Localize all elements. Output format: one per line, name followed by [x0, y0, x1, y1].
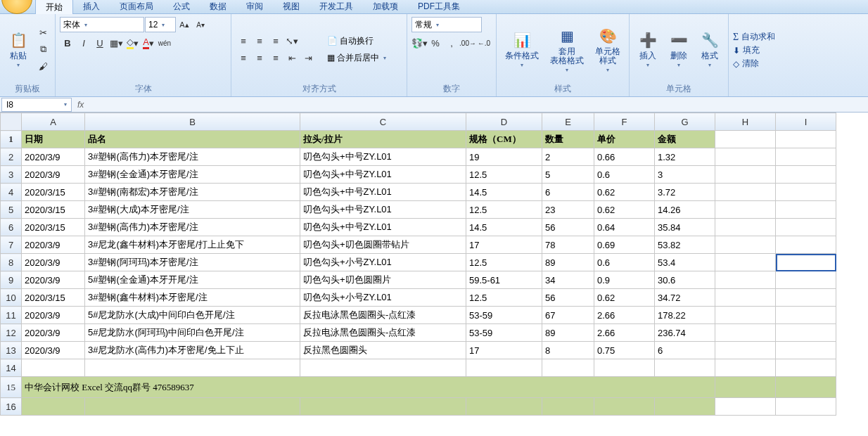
column-header-E[interactable]: E: [542, 113, 594, 131]
cell-A3[interactable]: 2020/3/9: [22, 166, 85, 184]
cell-D6[interactable]: 14.5: [466, 219, 542, 236]
increase-font-button[interactable]: A▴: [177, 17, 192, 32]
cell-G12[interactable]: 236.74: [655, 324, 715, 342]
tab-公式[interactable]: 公式: [163, 0, 200, 15]
cell-C4[interactable]: 叨色勾头+中号ZY.L01: [300, 184, 466, 201]
column-header-H[interactable]: H: [715, 113, 776, 131]
cell-A6[interactable]: 2020/3/15: [22, 219, 85, 236]
tab-视图[interactable]: 视图: [273, 0, 309, 15]
cell-E8[interactable]: 89: [542, 254, 594, 271]
cell-G2[interactable]: 1.32: [655, 148, 715, 166]
cell-F7[interactable]: 0.69: [594, 236, 655, 254]
row-header-16[interactable]: 16: [1, 398, 22, 416]
cell-H15[interactable]: [715, 377, 776, 398]
cell-H1[interactable]: [715, 131, 776, 148]
cell-G16[interactable]: [655, 398, 715, 416]
cell-H10[interactable]: [715, 289, 776, 307]
cell-D3[interactable]: 12.5: [466, 166, 542, 184]
cell-G3[interactable]: 3: [655, 166, 715, 184]
cell-B5[interactable]: 3#塑钢(大成)本牙密尾/注: [85, 201, 300, 219]
column-header-I[interactable]: I: [776, 113, 836, 131]
decrease-decimal-button[interactable]: ←.0: [476, 35, 492, 51]
worksheet-grid[interactable]: ABCDEFGHI 1日期品名拉头/拉片规格（CM）数量单价金额22020/3/…: [0, 113, 868, 436]
increase-indent-button[interactable]: ⇥: [300, 50, 316, 65]
fill-button[interactable]: ⬇填充: [733, 44, 775, 56]
align-middle-button[interactable]: ≡: [252, 33, 267, 49]
cell-F10[interactable]: 0.62: [594, 289, 655, 307]
copy-button[interactable]: ⧉: [35, 41, 51, 57]
cell-F6[interactable]: 0.64: [594, 219, 655, 236]
footer-banner[interactable]: 中华会计网校 Excel 交流qq群号 476589637: [22, 377, 715, 398]
cell-H14[interactable]: [715, 359, 776, 377]
cell-H13[interactable]: [715, 342, 776, 359]
cell-A12[interactable]: 2020/3/9: [22, 324, 85, 342]
select-all-corner[interactable]: [1, 113, 22, 131]
row-header-9[interactable]: 9: [1, 271, 22, 289]
cell-E16[interactable]: [542, 398, 594, 416]
cell-A2[interactable]: 2020/3/9: [22, 148, 85, 166]
cell-C2[interactable]: 叨色勾头+中号ZY.L01: [300, 148, 466, 166]
clear-button[interactable]: ◇清除: [733, 58, 775, 70]
cell-H11[interactable]: [715, 307, 776, 324]
cell-D5[interactable]: 12.5: [466, 201, 542, 219]
cell-F11[interactable]: 2.66: [594, 307, 655, 324]
cell-G5[interactable]: 14.26: [655, 201, 715, 219]
cell-B7[interactable]: 3#尼龙(鑫牛材料)本牙密尾/打上止免下: [85, 236, 300, 254]
cell-H6[interactable]: [715, 219, 776, 236]
align-left-button[interactable]: ≡: [236, 50, 251, 65]
cell-F5[interactable]: 0.62: [594, 201, 655, 219]
cell-E3[interactable]: 5: [542, 166, 594, 184]
row-header-14[interactable]: 14: [1, 359, 22, 377]
orientation-button[interactable]: ⤡▾: [284, 33, 300, 49]
cell-I5[interactable]: [776, 201, 836, 219]
cell-B12[interactable]: 5#尼龙防水(阿珂玛)中间印白色开尾/注: [85, 324, 300, 342]
comma-button[interactable]: ,: [444, 35, 459, 51]
row-header-10[interactable]: 10: [1, 289, 22, 307]
cell-H9[interactable]: [715, 271, 776, 289]
cell-E12[interactable]: 89: [542, 324, 594, 342]
cell-A11[interactable]: 2020/3/9: [22, 307, 85, 324]
cell-G1[interactable]: 金额: [655, 131, 715, 148]
column-header-B[interactable]: B: [85, 113, 300, 131]
tab-开始[interactable]: 开始: [35, 0, 73, 15]
cell-C7[interactable]: 叨色勾头+叨色圆圈带钻片: [300, 236, 466, 254]
fill-color-button[interactable]: ◇▾: [125, 35, 140, 51]
cell-E5[interactable]: 23: [542, 201, 594, 219]
formula-input[interactable]: [88, 98, 868, 112]
cell-I11[interactable]: [776, 307, 836, 324]
increase-decimal-button[interactable]: .00→: [460, 35, 476, 51]
cell-H5[interactable]: [715, 201, 776, 219]
row-header-4[interactable]: 4: [1, 184, 22, 201]
tab-页面布局[interactable]: 页面布局: [110, 0, 163, 15]
cell-D2[interactable]: 19: [466, 148, 542, 166]
row-header-5[interactable]: 5: [1, 201, 22, 219]
align-top-button[interactable]: ≡: [236, 33, 251, 49]
row-header-15[interactable]: 15: [1, 377, 22, 398]
currency-button[interactable]: 💱▾: [411, 35, 427, 51]
cell-F4[interactable]: 0.62: [594, 184, 655, 201]
column-header-G[interactable]: G: [655, 113, 715, 131]
cell-G4[interactable]: 3.72: [655, 184, 715, 201]
cell-A4[interactable]: 2020/3/15: [22, 184, 85, 201]
cell-B4[interactable]: 3#塑钢(南都宏)本牙密尾/注: [85, 184, 300, 201]
cell-A9[interactable]: 2020/3/9: [22, 271, 85, 289]
font-size-select[interactable]: 12▾: [145, 17, 176, 32]
cell-H2[interactable]: [715, 148, 776, 166]
align-right-button[interactable]: ≡: [268, 50, 283, 65]
cell-G14[interactable]: [655, 359, 715, 377]
cell-D9[interactable]: 59.5-61: [466, 271, 542, 289]
format-painter-button[interactable]: 🖌: [35, 58, 51, 74]
tab-开发工具[interactable]: 开发工具: [309, 0, 363, 15]
cell-E11[interactable]: 67: [542, 307, 594, 324]
cell-A7[interactable]: 2020/3/9: [22, 236, 85, 254]
cell-I13[interactable]: [776, 342, 836, 359]
cell-H12[interactable]: [715, 324, 776, 342]
cut-button[interactable]: ✂: [35, 25, 51, 40]
row-header-12[interactable]: 12: [1, 324, 22, 342]
italic-button[interactable]: I: [76, 35, 91, 51]
row-header-13[interactable]: 13: [1, 342, 22, 359]
cell-B10[interactable]: 3#塑钢(鑫牛材料)本牙密尾/注: [85, 289, 300, 307]
cell-I14[interactable]: [776, 359, 836, 377]
cell-I15[interactable]: [776, 377, 836, 398]
percent-button[interactable]: %: [428, 35, 443, 51]
